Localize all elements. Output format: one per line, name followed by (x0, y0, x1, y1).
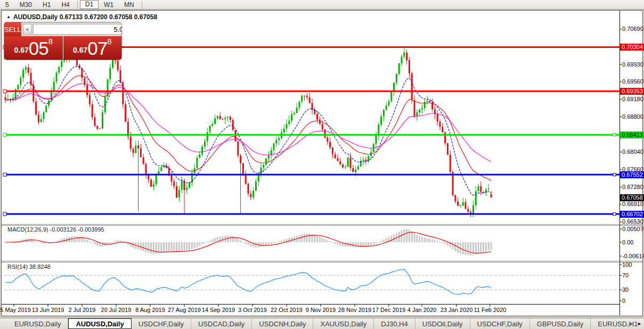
date-axis-label: 25 May 2019 (0, 307, 31, 313)
date-axis-label: 4 Jan 2020 (407, 307, 436, 313)
date-axis-label: 14 Sep 2019 (202, 307, 235, 313)
sell-button[interactable]: SELL (4, 22, 21, 36)
date-axis-label: 17 Dec 2019 (372, 307, 405, 313)
tab-usdcnh-daily[interactable]: USDCNH,Daily (252, 318, 313, 329)
timeframe-button-h4[interactable]: H4 (56, 1, 75, 9)
date-axis-label: 13 Jun 2019 (32, 307, 64, 313)
macd-axis-label: -0.006148 (622, 253, 644, 259)
macd-axis-label: 0.00 (622, 239, 633, 245)
buy-price-display[interactable]: 0.67 07 8 (63, 36, 122, 60)
sell-price-pip: 8 (48, 37, 53, 45)
timeframe-button-d1[interactable]: D1 (80, 0, 99, 9)
buy-price-pip: 8 (107, 37, 111, 45)
price-level-badge: 0.69353 (620, 88, 644, 95)
tab-scroll-left-icon[interactable]: ◄ (627, 321, 632, 326)
price-axis-label: 0.67280 (622, 184, 643, 190)
rsi-indicator-label: RSI(14) 38.8248 (7, 264, 51, 270)
collapse-panel-icon[interactable]: ▲ (6, 14, 11, 19)
tab-xauusd-daily[interactable]: XAUUSD,Daily (313, 318, 374, 329)
timeframe-button-h1[interactable]: H1 (37, 1, 56, 9)
price-axis-label: 0.69180 (622, 96, 643, 102)
tab-dj30-h4[interactable]: DJ30,H4 (374, 318, 415, 329)
volume-decrease-button[interactable]: ▼ (23, 24, 32, 35)
rsi-axis-label: 0 (622, 298, 625, 304)
date-axis-label: 28 Nov 2019 (338, 307, 371, 313)
current-price-badge: 0.67058 (620, 194, 644, 201)
price-axis-label: 0.68800 (622, 113, 643, 120)
tab-usdchf-daily[interactable]: USDCHF,Daily (132, 318, 191, 329)
tab-eurusd-daily[interactable]: EURUSD,Daily (7, 318, 68, 329)
rsi-axis-label: 30 (622, 286, 629, 293)
tab-scroll-buttons: ◄ ► (627, 318, 642, 329)
volume-spinner: ▼ ▲ (21, 22, 121, 36)
timeframe-button-5[interactable]: 5 (0, 1, 14, 9)
symbol-tab-bar: EURUSD,DailyAUDUSD,DailyUSDCHF,DailyUSDC… (0, 318, 644, 329)
tab-usdchf-daily[interactable]: USDCHF,Daily (470, 318, 530, 329)
chart-ohlc-values: 0.67133 0.67200 0.67058 0.67058 (60, 13, 158, 21)
timeframe-button-m30[interactable]: M30 (14, 1, 37, 9)
date-axis-label: 3 Oct 2019 (238, 307, 267, 313)
date-axis-label: 8 Aug 2019 (135, 307, 165, 313)
date-axis-label: 9 Nov 2019 (306, 307, 336, 313)
timeframe-button-mn[interactable]: MN (119, 1, 140, 9)
date-axis-label: 11 Feb 2020 (474, 307, 507, 313)
date-axis-label: 20 Jul 2019 (101, 307, 132, 313)
toolbar-separator (142, 1, 142, 9)
macd-axis-label: 0.005076 (622, 226, 644, 232)
price-level-badge: 0.67552 (620, 171, 644, 178)
tab-usdoil-daily[interactable]: USDOil,Daily (415, 318, 470, 329)
tab-usdcad-daily[interactable]: USDCAD,Daily (191, 318, 252, 329)
date-axis-label: 27 Aug 2019 (168, 307, 201, 313)
sell-price-display[interactable]: 0.67 05 8 (4, 36, 63, 60)
buy-price-prefix: 0.67 (73, 43, 87, 57)
tab-gbpusd-daily[interactable]: GBPUSD,Daily (530, 318, 591, 329)
buy-price-big: 07 (87, 39, 107, 57)
tab-scroll-right-icon[interactable]: ► (637, 321, 642, 326)
timeframe-toolbar: 5M30H1H4D1W1MN (0, 0, 644, 10)
sell-price-prefix: 0.67 (14, 43, 28, 57)
date-axis-label: 23 Jan 2020 (441, 307, 473, 313)
one-click-trading-panel: SELL ▼ ▲ BUY 0.67 05 8 0.67 07 8 (4, 22, 121, 60)
rsi-axis-label: 70 (622, 272, 629, 278)
price-axis-label: 0.66530 (622, 218, 643, 225)
toolbar-separator (77, 1, 78, 9)
macd-indicator-label: MACD(12,26,9) -0.003126 -0.003995 (7, 226, 104, 233)
sell-price-big: 05 (29, 39, 48, 57)
price-axis-label: 0.66910 (622, 201, 643, 207)
price-axis-label: 0.69560 (622, 78, 643, 85)
price-axis-label: 0.69930 (622, 61, 643, 68)
chart-title: ▲AUDUSD,Daily 0.67133 0.67200 0.67058 0.… (6, 13, 157, 21)
price-axis-label: 0.68040 (622, 149, 643, 155)
price-level-badge: 0.70304 (620, 44, 644, 51)
price-level-badge: 0.66702 (620, 211, 644, 218)
price-axis-label: 0.70690 (622, 26, 643, 32)
date-axis-label: 22 Oct 2019 (271, 307, 303, 313)
timeframe-button-w1[interactable]: W1 (99, 1, 119, 9)
price-level-badge: 0.68413 (620, 131, 644, 138)
chart-symbol-label: AUDUSD,Daily (13, 13, 58, 21)
rsi-axis-label: 100 (622, 261, 632, 268)
tab-audusd-daily[interactable]: AUDUSD,Daily (68, 318, 131, 329)
date-axis-label: 2 Jul 2019 (69, 307, 96, 313)
volume-input[interactable] (33, 24, 121, 35)
